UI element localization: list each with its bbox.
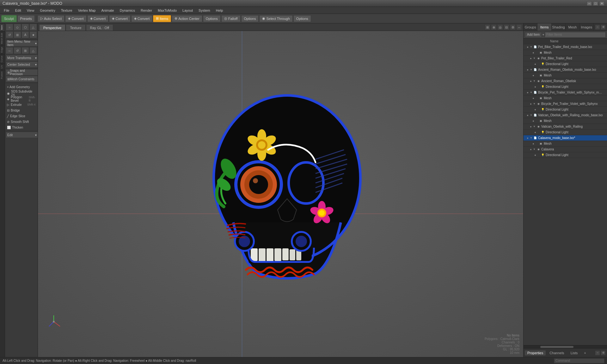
tab-perspective[interactable]: Perspective [39,24,65,31]
convert4-button[interactable]: ◈ Convert [131,15,153,22]
tool-edge-slice[interactable]: ╱ Edge Slice [5,113,38,119]
eye-icon-bicycle[interactable]: ● [529,102,533,106]
scene-row-obelisk-obj[interactable]: ● ▼ ◉ Ancient_Roman_Obelisk [524,78,607,84]
tool-btn-cylinder[interactable]: ⬡ [21,24,29,31]
options2-button[interactable]: Options [241,15,259,22]
tool-btn-circle[interactable]: ○ [6,24,13,31]
eye-icon-mesh-calavera[interactable]: ● [531,142,536,146]
scene-row-petbike-file[interactable]: ● ▼ 📄 Pet_Bike_Trailer_Red_modo_base.lxo [524,44,607,50]
scene-row-light-1[interactable]: ● 💡 Directional Light [524,61,607,67]
tab-lists[interactable]: Lists [568,350,580,355]
eye-icon-light-bicycle[interactable]: ● [533,107,537,112]
vp-icon-lock[interactable]: ⊟ [504,24,509,30]
tab-channels[interactable]: Channels [547,350,567,355]
tool-smooth-shift[interactable]: ⊘ Smooth Shift [5,119,38,124]
add-item-button[interactable]: Add Item [525,32,542,38]
tool-btn-star[interactable]: ★ [29,31,37,38]
tab-properties[interactable]: Properties [525,350,546,355]
action-center-button[interactable]: ⊕ Action Center [172,15,202,22]
left-tab-curve[interactable]: Curve [0,54,5,64]
tool-btn-rotate[interactable]: ↺ [6,31,13,38]
minimize-button[interactable]: ─ [587,1,592,6]
bottom-right-expand[interactable]: ↔ [595,350,600,355]
menu-view[interactable]: View [24,8,37,13]
menu-render[interactable]: Render [138,8,155,13]
transform-scale-btn[interactable]: ⊞ [21,47,29,54]
options3-button[interactable]: Options [293,15,311,22]
eye-icon-calavera[interactable]: ● [529,147,533,152]
tool-btn-triangle[interactable]: △ [29,24,37,31]
tree-scrollbar[interactable] [524,345,607,348]
eye-icon-light-vatican[interactable]: ● [533,130,537,135]
tool-bridge[interactable]: ⊟ Bridge [5,107,38,113]
right-icon-expand[interactable]: ↔ [595,25,600,30]
scene-row-bicycle-file[interactable]: ● ▼ 📄 Bicycle_Pet_Trailer_Violet_with_Sp… [524,90,607,95]
arrow-bicycle-file[interactable]: ▼ [530,91,533,94]
arrow-vatican-file[interactable]: ▼ [530,114,533,117]
eye-icon-vatican[interactable]: ● [529,124,533,129]
scene-row-light-vatican[interactable]: ● 💡 Directional Light [524,130,607,135]
select-through-button[interactable]: ◉ Select Through [259,15,292,22]
vp-icon-home[interactable]: ⊞ [485,24,490,30]
maximize-button[interactable]: □ [593,1,598,6]
scene-row-petbike-obj[interactable]: ● ▼ ◉ Pet_Bike_Trailer_Red [524,56,607,61]
left-tab-meshedit[interactable]: Mesh Edit [0,31,5,46]
scene-row-bicycle-obj[interactable]: ● ▼ ◉ Bicycle_Pet_Trailer_Violet_with_Sp… [524,101,607,107]
left-tab-fusion[interactable]: Fusion [0,70,5,80]
tab-shading[interactable]: Shading [552,23,566,31]
edit-dropdown[interactable]: Edit ▾ [6,132,38,138]
tree-scrollbar-thumb[interactable] [540,346,574,348]
eye-icon-calavera-file[interactable]: ● [525,136,530,140]
eye-icon-vatican-file[interactable]: ● [525,113,530,118]
tool-btn-diamond[interactable]: ◇ [14,24,21,31]
transform-move-btn[interactable]: ↔ [6,47,13,54]
eye-icon-mesh1[interactable]: ● [531,51,536,55]
tab-raygl[interactable]: Ray GL · Off [86,24,113,31]
menu-vertexmap[interactable]: Vertex Map [76,8,98,13]
menu-help[interactable]: Help [213,8,226,13]
scene-row-vatican-obj[interactable]: ● ▼ ◉ Vatican_Obelisk_with_Railing [524,124,607,130]
left-tab-item[interactable]: Item [0,23,5,31]
scene-row-light-bicycle[interactable]: ● 💡 Directional Light [524,107,607,112]
scene-row-obelisk-file[interactable]: ● ▼ 📄 Ancient_Roman_Obelisk_modo_base.lx… [524,67,607,73]
tool-extrude[interactable]: ▷ Extrude Shift-X [5,102,38,107]
eye-icon-light1[interactable]: ● [533,62,537,66]
eye-icon-1[interactable]: ● [525,45,530,49]
tool-btn-text[interactable]: A [21,31,29,38]
vp-icon-search[interactable]: ◎ [497,24,503,30]
eye-icon-obelisk[interactable]: ● [529,79,533,83]
menu-texture[interactable]: Texture [58,8,75,13]
tab-texture[interactable]: Texture [66,24,85,31]
scene-row-calavera-obj[interactable]: ● ▼ ◉ Calavera [524,147,607,152]
scene-row-mesh-1[interactable]: ● ▣ Mesh [524,50,607,56]
eye-icon-petbike[interactable]: ● [529,56,533,61]
auto-select-button[interactable]: ▷ Auto Select [38,15,64,22]
scene-row-light-calavera[interactable]: ● 💡 Directional Light [524,152,607,158]
items-button[interactable]: ⊞ Items [153,15,171,22]
tool-thicken[interactable]: ⬜ Thicken [5,124,38,130]
convert2-button[interactable]: ◈ Convert [87,15,109,22]
eye-icon-light-calavera[interactable]: ● [533,153,537,157]
transform-other-btn[interactable]: △ [29,47,37,54]
arrow-1[interactable]: ▼ [530,46,533,48]
menu-layout[interactable]: Layout [180,8,195,13]
menu-maxtomodo[interactable]: MaxToModo [155,8,179,13]
add-geometry-btn[interactable]: + Add Geometry [6,84,38,90]
eye-icon-mesh-vatican[interactable]: ● [531,119,536,123]
sculpt-button[interactable]: Sculpt [1,15,17,22]
menu-system[interactable]: System [196,8,213,13]
left-tab-uv[interactable]: UV [0,64,5,70]
command-input[interactable] [554,358,604,363]
vp-icon-settings[interactable]: ⚙ [510,24,516,30]
eye-icon-obelisk-file[interactable]: ● [525,68,530,72]
scene-row-mesh-vatican[interactable]: ● ▣ Mesh [524,118,607,124]
tab-images[interactable]: Images [580,23,594,31]
arrow-petbike[interactable]: ▼ [533,57,536,60]
falloff-button[interactable]: ◎ Falloff [221,15,241,22]
options1-button[interactable]: Options [203,15,221,22]
transform-rotate-btn[interactable]: ↺ [14,47,21,54]
scene-row-mesh-calavera[interactable]: ● ▣ Mesh [524,141,607,147]
tool-polygon-bevel[interactable]: ◈ Polygon Bevel Shift-B [5,96,38,102]
item-menu-dropdown[interactable]: Item Menu: New Item ▾ [6,40,38,46]
tool-btn-scale[interactable]: ⊞ [14,31,21,38]
